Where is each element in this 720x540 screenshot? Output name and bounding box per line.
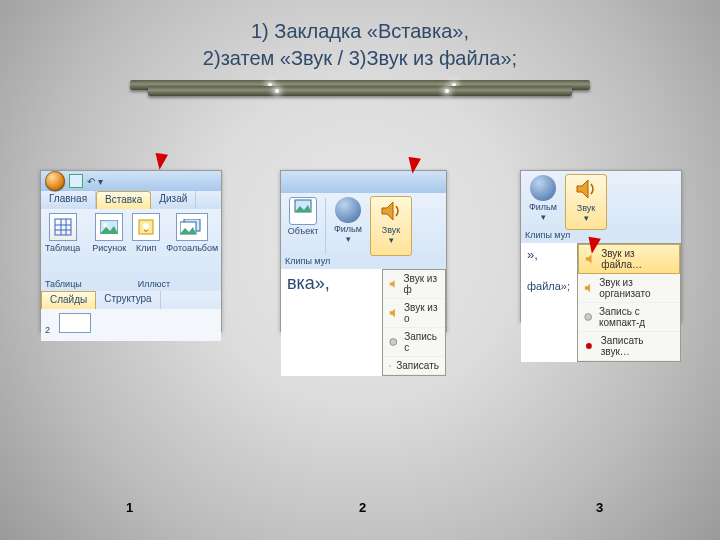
svg-point-12 [390,339,397,346]
ribbon-tabs: Главная Вставка Дизай [41,191,221,209]
slide-thumbnails: 2 [41,309,221,341]
svg-rect-0 [55,219,71,235]
office-button-icon[interactable] [45,171,65,191]
clip-icon [132,213,160,241]
caption-3: 3 [596,500,603,515]
tab-design[interactable]: Дизай [151,191,196,209]
screenshot-2: Объект Фильм▾ Звук▾ Клипы мул вка», Звук… [280,170,447,332]
red-arrow-2 [406,136,424,176]
menu-record-sound-3[interactable]: Записать звук… [578,332,680,361]
menu-sound-from-organizer-3[interactable]: Звук из организато [578,274,680,303]
sound-icon [378,198,404,224]
ribbon-media: Объект Фильм▾ Звук▾ [281,193,446,256]
btn-object[interactable]: Объект [283,196,323,256]
document-fragment-3: », файла»; [521,243,577,362]
caption-1: 1 [126,500,133,515]
menu-sound-from-organizer[interactable]: Звук из о [383,299,445,328]
quick-access-toolbar: ↶ ▾ [41,171,221,191]
btn-movie[interactable]: Фильм▾ [328,196,368,256]
caption-2: 2 [359,500,366,515]
tab-insert[interactable]: Вставка [96,191,151,209]
sound-dropdown-menu-3: Звук из файла… Звук из организато Запись… [577,243,681,362]
btn-clip[interactable]: Клип [132,213,160,279]
svg-point-15 [586,343,592,349]
svg-point-13 [389,365,390,366]
svg-point-6 [103,223,107,227]
menu-cd-audio[interactable]: Запись с [383,328,445,357]
menu-record-sound[interactable]: Записать [383,357,445,375]
red-arrow-1 [153,132,171,172]
decorative-divider [130,80,590,96]
menu-sound-from-file[interactable]: Звук из ф [383,270,445,299]
btn-sound[interactable]: Звук▾ [370,196,412,256]
slide-thumb[interactable] [59,313,91,333]
document-fragment: вка», [281,269,382,376]
tab-home[interactable]: Главная [41,191,96,209]
svg-point-8 [143,223,149,229]
btn-picture[interactable]: Рисунок [92,213,126,279]
photoalbum-icon [176,213,208,241]
slide-number: 2 [45,325,50,335]
svg-point-14 [585,314,592,321]
save-icon[interactable] [69,174,83,188]
slide-title: 1) Закладка «Вставка», 2)затем «Звук / 3… [0,0,720,72]
red-arrow-3 [586,218,604,254]
menu-cd-audio-3[interactable]: Запись с компакт-д [578,303,680,332]
movie-icon [335,197,361,223]
title-line-2: 2)затем «Звук / 3)Звук из файла»; [0,45,720,72]
ribbon-group-labels: Таблицы Иллюст [41,279,221,291]
pane-tab-structure[interactable]: Структура [96,291,160,309]
screenshot-1: ↶ ▾ Главная Вставка Дизай Таблица Рисуно… [40,170,222,332]
btn-movie-3[interactable]: Фильм▾ [523,174,563,230]
sound-dropdown-menu: Звук из ф Звук из о Запись с Записать [382,269,446,376]
btn-table[interactable]: Таблица [45,213,80,279]
picture-icon [95,213,123,241]
ribbon-insert: Таблица Рисунок Клип Фотоальбом [41,209,221,279]
btn-photoalbum[interactable]: Фотоальбом [166,213,218,279]
pane-tab-slides[interactable]: Слайды [41,291,96,309]
ribbon-group-media: Клипы мул [281,256,446,269]
movie-icon [530,175,556,201]
sound-icon [573,176,599,202]
title-line-1: 1) Закладка «Вставка», [0,18,720,45]
slides-pane-tabs: Слайды Структура [41,291,221,309]
object-icon [289,197,317,225]
table-icon [49,213,77,241]
